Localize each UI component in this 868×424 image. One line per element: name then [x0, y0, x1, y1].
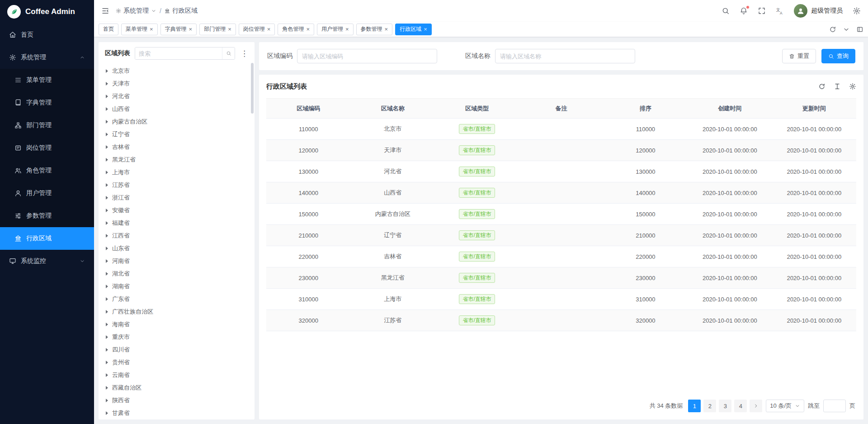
settings-gear-icon[interactable] — [853, 7, 861, 15]
search-button[interactable]: 查询 — [821, 49, 855, 63]
tab-close-icon[interactable]: × — [150, 26, 153, 32]
tab-item[interactable]: 角色管理× — [278, 24, 314, 35]
table-row[interactable]: 120000天津市省市/直辖市1200002020-10-01 00:00:00… — [266, 140, 856, 161]
tree-node[interactable]: 吉林省 — [99, 141, 255, 153]
sidebar-group[interactable]: 系统管理 — [0, 46, 94, 69]
tree-search-input[interactable] — [135, 48, 222, 59]
sidebar-item[interactable]: 行政区域 — [0, 227, 94, 250]
tab-item[interactable]: 岗位管理× — [239, 24, 275, 35]
tab-item[interactable]: 首页 — [99, 24, 118, 35]
tree-node[interactable]: 江苏省 — [99, 179, 255, 191]
tree-node[interactable]: 河南省 — [99, 255, 255, 267]
refresh-icon[interactable] — [829, 26, 836, 33]
search-button[interactable] — [722, 7, 730, 15]
tab-close-icon[interactable]: × — [424, 26, 427, 32]
tab-close-icon[interactable]: × — [228, 26, 231, 32]
sidebar-collapse-icon[interactable] — [101, 7, 109, 15]
page-button[interactable]: 2 — [703, 400, 716, 412]
table-row[interactable]: 150000内蒙古自治区省市/直辖市1500002020-10-01 00:00… — [266, 204, 856, 225]
tree-node[interactable]: 山西省 — [99, 103, 255, 115]
tab-item[interactable]: 字典管理× — [160, 24, 197, 35]
sidebar-item[interactable]: 参数管理 — [0, 205, 94, 227]
next-page-button[interactable] — [750, 400, 762, 412]
sidebar-group[interactable]: 系统监控 — [0, 250, 94, 272]
tab-close-icon[interactable]: × — [306, 26, 310, 32]
table-row[interactable]: 320000江苏省省市/直辖市3200002020-10-01 00:00:00… — [266, 310, 856, 331]
tree-node[interactable]: 贵州省 — [99, 356, 255, 369]
table-row[interactable]: 130000河北省省市/直辖市1300002020-10-01 00:00:00… — [266, 161, 856, 182]
tab-close-icon[interactable]: × — [189, 26, 193, 32]
tree-node[interactable]: 浙江省 — [99, 191, 255, 204]
tree-node[interactable]: 山东省 — [99, 242, 255, 255]
tree-node[interactable]: 福建省 — [99, 217, 255, 229]
tab-item[interactable]: 参数管理× — [356, 24, 393, 35]
sidebar-item[interactable]: 菜单管理 — [0, 69, 94, 91]
table-row[interactable]: 210000辽宁省省市/直辖市2100002020-10-01 00:00:00… — [266, 225, 856, 246]
translate-button[interactable]: 文A — [776, 7, 784, 15]
tree-node[interactable]: 广东省 — [99, 293, 255, 305]
page-button[interactable]: 4 — [734, 400, 747, 412]
column-settings-icon[interactable] — [834, 83, 841, 90]
tree-node[interactable]: 湖北省 — [99, 267, 255, 280]
user-menu[interactable]: 超级管理员 — [794, 4, 843, 18]
tab-active[interactable]: 行政区域× — [395, 24, 432, 35]
menu-icon — [14, 76, 22, 84]
app-logo[interactable]: Coffee Admin — [0, 0, 94, 24]
sidebar-item[interactable]: 角色管理 — [0, 159, 94, 182]
tree-node[interactable]: 安徽省 — [99, 204, 255, 217]
page-button[interactable]: 3 — [719, 400, 731, 412]
tree-node[interactable]: 四川省 — [99, 343, 255, 356]
name-input[interactable] — [495, 49, 635, 63]
refresh-icon[interactable] — [818, 83, 826, 90]
tree-search-button[interactable] — [222, 48, 235, 59]
reset-button[interactable]: 重置 — [782, 49, 816, 63]
tab-close-icon[interactable]: × — [385, 26, 388, 32]
sidebar-item[interactable]: 字典管理 — [0, 91, 94, 114]
code-input[interactable] — [297, 49, 437, 63]
table-row[interactable]: 140000山西省省市/直辖市1400002020-10-01 00:00:00… — [266, 182, 856, 204]
sidebar-item[interactable]: 部门管理 — [0, 114, 94, 137]
table-row[interactable]: 220000吉林省省市/直辖市2200002020-10-01 00:00:00… — [266, 246, 856, 267]
tab-item[interactable]: 部门管理× — [199, 24, 236, 35]
cell-created: 2020-10-01 00:00:00 — [688, 182, 772, 204]
tree-node[interactable]: 重庆市 — [99, 331, 255, 343]
chevron-down-icon[interactable] — [843, 26, 850, 33]
tree-node[interactable]: 广西壮族自治区 — [99, 305, 255, 318]
tab-item[interactable]: 菜单管理× — [121, 24, 158, 35]
sidebar-item[interactable]: 用户管理 — [0, 182, 94, 205]
tree-node[interactable]: 内蒙古自治区 — [99, 115, 255, 128]
more-options-icon[interactable]: ⋮ — [240, 50, 249, 57]
tree-node[interactable]: 西藏自治区 — [99, 381, 255, 394]
tree-node[interactable]: 辽宁省 — [99, 128, 255, 141]
tree-node[interactable]: 河北省 — [99, 90, 255, 103]
tree-node[interactable]: 江西省 — [99, 229, 255, 242]
tree-node[interactable]: 甘肃省 — [99, 407, 255, 419]
table-row[interactable]: 230000黑龙江省省市/直辖市2300002020-10-01 00:00:0… — [266, 267, 856, 289]
page-size-select[interactable]: 10 条/页 — [766, 400, 804, 412]
tree-node[interactable]: 上海市 — [99, 166, 255, 179]
region-type-badge: 省市/直辖市 — [459, 124, 495, 134]
expand-icon[interactable] — [856, 26, 863, 33]
page-button[interactable]: 1 — [688, 400, 701, 412]
table-row[interactable]: 310000上海市省市/直辖市3100002020-10-01 00:00:00… — [266, 289, 856, 310]
gear-icon[interactable] — [849, 83, 856, 90]
tree-scrollbar[interactable] — [251, 63, 254, 114]
bell-button[interactable] — [740, 7, 748, 15]
cell-type: 省市/直辖市 — [435, 225, 519, 246]
sidebar-item[interactable]: 岗位管理 — [0, 137, 94, 159]
tree-node[interactable]: 陕西省 — [99, 394, 255, 407]
tree-node[interactable]: 天津市 — [99, 77, 255, 90]
tree-node[interactable]: 云南省 — [99, 369, 255, 381]
tab-close-icon[interactable]: × — [345, 26, 349, 32]
tab-close-icon[interactable]: × — [267, 26, 271, 32]
tab-item[interactable]: 用户管理× — [317, 24, 354, 35]
tree-node[interactable]: 湖南省 — [99, 280, 255, 293]
fullscreen-button[interactable] — [758, 7, 766, 15]
jump-page-input[interactable] — [823, 400, 846, 412]
sidebar-item[interactable]: 首页 — [0, 24, 94, 46]
table-row[interactable]: 110000北京市省市/直辖市1100002020-10-01 00:00:00… — [266, 119, 856, 140]
breadcrumb-root[interactable]: 系统管理 — [116, 7, 156, 15]
tree-node[interactable]: 海南省 — [99, 318, 255, 331]
tree-node[interactable]: 北京市 — [99, 65, 255, 77]
tree-node[interactable]: 黑龙江省 — [99, 153, 255, 166]
